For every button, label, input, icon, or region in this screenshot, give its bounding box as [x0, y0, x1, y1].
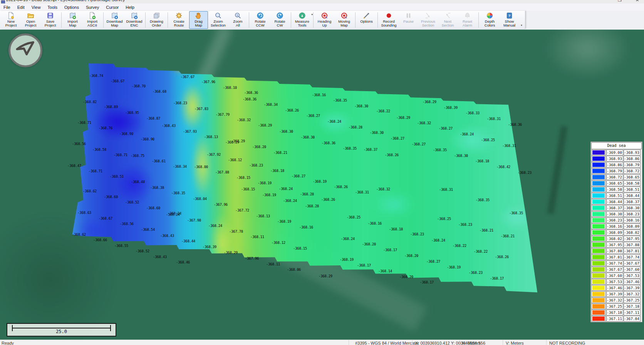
depth-label: -368.24: [460, 132, 474, 136]
toolbar-button-create-route[interactable]: CreateRoute: [169, 11, 188, 29]
legend-to-value: -367.46: [624, 279, 641, 285]
close-button[interactable]: ✕: [636, 0, 639, 3]
toolbar-button-new-project[interactable]: NewProject: [2, 11, 20, 29]
toolbar-button-next-section[interactable]: NextSection: [438, 11, 457, 29]
legend-to-value: -367.11: [624, 310, 641, 315]
toolbar-button-depth-colors[interactable]: DepthColors: [480, 11, 499, 29]
toolbar-button-download-enc[interactable]: DownloadENC: [125, 11, 144, 29]
toolbar-button-drawing-order[interactable]: DrawingOrder: [147, 11, 166, 29]
toolbar-button-pause[interactable]: Pause: [399, 11, 418, 29]
status-ready: Ready: [2, 341, 14, 345]
toolbar-button-rotate-cw[interactable]: RotateCW: [270, 11, 289, 29]
toolbar-button-import-map[interactable]: ImportMap: [63, 11, 82, 29]
legend-from-value: -367.81: [606, 254, 623, 260]
depth-label: -368.23: [518, 171, 532, 175]
depth-label: -368.76: [99, 126, 112, 130]
toolbar-button-record-sounding[interactable]: RecordSounding: [379, 11, 398, 29]
depth-label: -368.36: [243, 97, 257, 101]
legend-row: -367.74-367.67: [591, 260, 642, 266]
menu-item-view[interactable]: View: [28, 4, 44, 10]
compass-north-arrow-icon[interactable]: [8, 33, 42, 67]
legend-color-swatch: [591, 193, 606, 198]
legend-row: -367.67-367.60: [591, 267, 642, 272]
legend-row: -367.39-367.32: [591, 291, 642, 297]
toolbar-button-options[interactable]: Options: [357, 11, 376, 29]
toolbar-button-reset-alarm[interactable]: ResetAlarm: [458, 11, 477, 29]
depth-label: -368.87: [146, 117, 160, 120]
toolbar-overflow-button[interactable]: ▾: [519, 12, 524, 28]
depth-label: -368.32: [237, 118, 251, 122]
legend-to-value: -367.67: [624, 260, 641, 266]
legend-from-value: -368.44: [606, 199, 623, 205]
reset-alarm-icon: [464, 12, 471, 20]
download-map-icon: [111, 12, 118, 20]
legend-to-value: -368.09: [624, 223, 641, 229]
depth-label: -368.23: [249, 163, 263, 167]
depth-label: -368.43: [160, 234, 174, 238]
toolbar-button-zoom-all[interactable]: 1ZoomAll: [228, 11, 247, 29]
toolbar-button-rotate-ccw[interactable]: RotateCCW: [251, 11, 270, 29]
depth-label: -368.30: [354, 104, 368, 108]
depth-label: -368.37: [364, 148, 377, 152]
depth-label: -368.25: [437, 217, 451, 221]
depth-label: -368.24: [341, 237, 355, 241]
legend-to-value: -367.04: [624, 316, 641, 322]
menu-item-file[interactable]: File: [0, 4, 14, 10]
status-bar: Ready #3395 - WGS 84 / World Mercator X:…: [0, 340, 644, 345]
toolbar-separator: [145, 12, 146, 28]
legend-color-swatch: [591, 303, 606, 309]
download-enc-icon: [131, 12, 138, 20]
toolbar-button-moving-map[interactable]: MovingMap: [335, 11, 354, 29]
menu-item-survey[interactable]: Survey: [82, 4, 102, 10]
menu-item-options[interactable]: Options: [61, 4, 82, 10]
map-canvas[interactable]: -368.74-368.67-368.70-368.68-367.67-367.…: [0, 30, 644, 340]
menu-item-edit[interactable]: Edit: [14, 4, 28, 10]
menu-item-help[interactable]: Help: [122, 4, 138, 10]
legend-row: -368.44-368.37: [591, 199, 642, 205]
legend-row: -367.11-367.04: [591, 316, 642, 322]
depth-label: -368.19: [340, 258, 354, 262]
maximize-button[interactable]: ❐: [618, 0, 622, 3]
dropdown-arrow-icon[interactable]: ▾: [311, 13, 313, 16]
toolbar-button-import-ascii[interactable]: ImportASCII: [83, 11, 102, 29]
depth-labels: -368.74-368.67-368.70-368.68-367.67-367.…: [0, 30, 644, 340]
toolbar-button-measure-tools[interactable]: MeasureTools▾: [293, 11, 312, 29]
legend-row: -367.88-367.81: [591, 248, 642, 254]
menu-item-cursor[interactable]: Cursor: [102, 4, 122, 10]
scale-bar: 25.0: [7, 323, 116, 337]
depth-label: -368.89: [104, 105, 118, 109]
legend-row: -367.32-367.25: [591, 297, 642, 303]
create-route-icon: [175, 12, 183, 20]
depth-label: -368.43: [153, 255, 167, 259]
legend-to-value: -367.53: [624, 273, 641, 278]
toolbar-separator: [168, 12, 168, 28]
legend-color-swatch: [591, 199, 606, 205]
depth-label: -368.66: [93, 238, 107, 242]
legend-row: -368.86-368.79: [591, 162, 642, 168]
depth-label: -368.29: [258, 123, 272, 127]
depth-label: -367.67: [181, 75, 195, 79]
toolbar-button-drag-map[interactable]: DragMap: [189, 11, 208, 29]
toolbar-button-save-project[interactable]: SaveProject: [41, 11, 60, 29]
legend-from-value: -367.53: [606, 279, 623, 285]
depth-label: -368.29: [396, 116, 410, 120]
menu-bar: FileEditViewToolsOptionsSurveyCursorHelp: [0, 3, 644, 11]
toolbar-button-open-project[interactable]: OpenProject: [21, 11, 40, 29]
menu-item-tools[interactable]: Tools: [44, 4, 61, 10]
depth-label: -368.31: [487, 117, 501, 121]
legend-from-value: -368.72: [606, 174, 623, 180]
legend-to-value: -368.16: [624, 217, 641, 223]
legend-row: -368.02-367.95: [591, 236, 642, 242]
legend-to-value: -368.72: [624, 168, 641, 174]
depth-label: -367.79: [216, 113, 230, 117]
depth-label: -367.98: [187, 218, 201, 222]
toolbar-button-previous-section[interactable]: PreviousSection: [419, 11, 438, 29]
toolbar-button-heading-up[interactable]: HeadingUp: [315, 11, 334, 29]
toolbar-button-download-map[interactable]: DownloadMap: [105, 11, 124, 29]
toolbar-button-zoom-selection[interactable]: ZoomSelection: [209, 11, 228, 29]
scale-bar-line: [12, 328, 111, 328]
depth-label: -368.17: [490, 277, 504, 280]
toolbar-button-show-manual[interactable]: ?ShowManual: [500, 11, 519, 29]
depth-label: -368.55: [114, 244, 128, 248]
depth-label: -368.39: [203, 245, 216, 249]
